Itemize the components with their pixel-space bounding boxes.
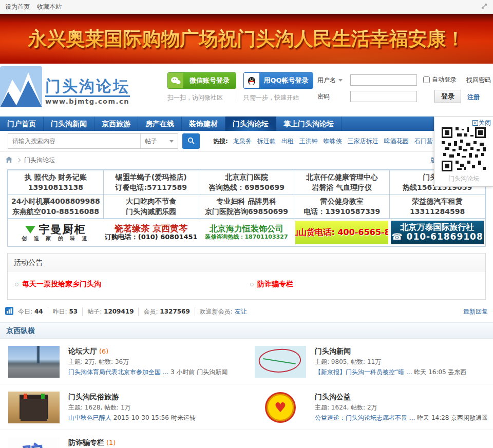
stat-yesterday: 昨日: 53 bbox=[48, 307, 83, 316]
ad-cell[interactable]: 锡盟羊蝎子(爱玛裕店)订餐电话:57117589 bbox=[103, 170, 199, 194]
announcements-panel: 活动公告 每天一票投给家乡门头沟 防诈骗专栏 bbox=[7, 253, 486, 300]
last-post-link[interactable]: 门头沟体育局代表北京市参加全国 ... bbox=[68, 368, 168, 376]
ad-banner-tea[interactable]: 瓷茗缘茶 京西黄芩 订购电话：(010) 60801451 bbox=[105, 221, 198, 244]
top-utility-bar: 设为首页 收藏本站 bbox=[0, 0, 493, 14]
announcements-body: 每天一票投给家乡门头沟 防诈骗专栏 bbox=[8, 271, 485, 299]
banner-text: 永兴奥莱国际购物广场祝门头沟人民生活幸福安康！ bbox=[28, 26, 465, 52]
forum-link-news[interactable]: 门头沟新闻 bbox=[315, 347, 351, 355]
nav-item-portal[interactable]: 门户首页 bbox=[0, 116, 44, 131]
hot-search-link[interactable]: 蜘蛛侠 bbox=[324, 137, 342, 146]
page: 设为首页 收藏本站 永兴奥莱国际购物广场祝门头沟人民生活幸福安康！ 门头沟论坛 … bbox=[0, 0, 493, 448]
auto-login-checkbox[interactable] bbox=[423, 76, 430, 83]
nav-item-forum[interactable]: 门头沟论坛 bbox=[225, 116, 276, 131]
wechat-login-block: 微信账号登录 扫一扫，访问微社区 bbox=[167, 72, 239, 102]
category-dropdown-arrow bbox=[169, 140, 174, 143]
search-input[interactable] bbox=[8, 134, 140, 148]
breadcrumb-current[interactable]: 门头沟论坛 bbox=[24, 156, 55, 165]
forum-stats: 主题: 1624, 帖数: 2万 bbox=[315, 402, 488, 413]
auto-login-label: 自动登录 bbox=[432, 75, 457, 84]
wechat-login-button[interactable]: 微信账号登录 bbox=[167, 72, 236, 89]
bullet-icon bbox=[15, 283, 18, 286]
ad-cell[interactable]: 专业妇科 品牌男科京门医院咨询69850699 bbox=[199, 194, 294, 219]
nav-item-decoration[interactable]: 装饰建材 bbox=[182, 116, 225, 131]
qr-close-button[interactable]: 关闭 bbox=[472, 119, 491, 127]
site-logo[interactable]: 门头沟论坛 www.bjmtg.com.cn bbox=[0, 66, 130, 109]
login-button[interactable]: 登录 bbox=[434, 90, 461, 103]
forum-stats-bar: 今日: 44 昨日: 53 帖子: 1209419 会员: 1327569 欢迎… bbox=[0, 305, 493, 318]
forum-cell-charity: ♥ 门头沟公益 主题: 1624, 帖数: 2万 公益速递：门头沟论坛志愿者不畏… bbox=[246, 392, 493, 423]
login-form: 用户名 自动登录 找回密码 密码 登录 注册 bbox=[317, 73, 492, 106]
last-post-link[interactable]: 山中秋色已醉人 bbox=[68, 414, 111, 421]
ad-banner-kitchen[interactable]: 宇曼厨柜 创 造 家 的 味 道 bbox=[9, 221, 102, 244]
hot-search-link[interactable]: 出租 bbox=[281, 137, 294, 146]
register-link[interactable]: 注册 bbox=[467, 93, 480, 102]
top-ad-banner[interactable]: 永兴奥莱国际购物广场祝门头沟人民生活幸福安康！ bbox=[0, 14, 493, 64]
announcement-item: 每天一票投给家乡门头沟 bbox=[9, 280, 244, 289]
hot-search-link[interactable]: 王洪钟 bbox=[299, 137, 318, 146]
hot-search-link[interactable]: 啤酒花园 bbox=[384, 137, 409, 146]
forum-image-folk-travel[interactable] bbox=[8, 392, 60, 423]
ad-cell[interactable]: 北京京门医院咨询热线：69850699 bbox=[199, 170, 294, 194]
username-dropdown-arrow bbox=[338, 79, 343, 82]
qq-login-hint: 只需一步，快速开始 bbox=[243, 93, 315, 102]
wechat-login-hint: 扫一扫，访问微社区 bbox=[167, 93, 239, 102]
forum-image-antifraud[interactable]: 骗 bbox=[8, 437, 60, 448]
ad-cell[interactable]: 雷公健身教室电话：13910587339 bbox=[294, 194, 390, 219]
ad-banner-decoration[interactable]: 北京海力恒装饰公司 装修咨询热线：18701103327 bbox=[200, 221, 293, 244]
stat-members: 会员: 1327569 bbox=[139, 307, 195, 316]
latest-replies-link[interactable]: 最新回复 bbox=[463, 307, 488, 316]
ad-cell[interactable]: 24小时机票4008809988东燕航空010-88516088 bbox=[8, 194, 104, 219]
forum-image-charity[interactable]: ♥ bbox=[255, 392, 306, 423]
search-button[interactable] bbox=[182, 133, 200, 149]
stat-welcome: 欢迎新会员: 友让 bbox=[195, 307, 252, 316]
ad-cell[interactable]: 北京仟亿健康管理中心岩磐浴 气血理疗仪 bbox=[294, 170, 390, 194]
ad-cell[interactable]: 执 照代办 财务记账13910813138 bbox=[8, 170, 104, 194]
forum-row: 骗 防诈骗专栏(1) 主题: 24, 帖数: 33 老人贫血如何通过饮食改善vd… bbox=[0, 430, 493, 448]
home-icon[interactable] bbox=[5, 156, 13, 165]
nav-item-travel[interactable]: 京西旅游 bbox=[94, 116, 138, 131]
announcement-link-vote[interactable]: 每天一票投给家乡门头沟 bbox=[22, 280, 101, 289]
set-home-link[interactable]: 设为首页 bbox=[5, 3, 30, 11]
find-password-link[interactable]: 找回密码 bbox=[466, 76, 491, 85]
ad-cell[interactable]: 大口吃肉不节食门头沟减肥乐园 bbox=[103, 194, 199, 219]
password-input[interactable] bbox=[350, 91, 417, 102]
forum-link-charity[interactable]: 门头沟公益 bbox=[315, 393, 351, 401]
nav-item-news[interactable]: 门头沟新闻 bbox=[44, 116, 94, 131]
hot-search-link[interactable]: 石门营 bbox=[414, 137, 433, 146]
forum-image-hall[interactable] bbox=[8, 346, 60, 378]
logo-text-block: 门头沟论坛 www.bjmtg.com.cn bbox=[45, 77, 130, 105]
ad-banner-mountain-goods[interactable]: 大山山货电话: 400-6565-898 bbox=[295, 221, 388, 244]
ad-cell[interactable]: 荣益德汽车租赁13311284598 bbox=[390, 194, 485, 219]
ad-banner-travel-agency[interactable]: 北京万泰国际旅行社 ☎ 010-61869108 bbox=[391, 221, 484, 244]
qq-login-button[interactable]: 用QQ帐号登录 bbox=[243, 72, 313, 89]
forum-link-antifraud[interactable]: 防诈骗专栏 bbox=[68, 438, 104, 446]
stat-today: 今日: 44 bbox=[13, 307, 48, 316]
table-row: 24小时机票4008809988东燕航空010-88516088 大口吃肉不节食… bbox=[8, 194, 485, 219]
fullscreen-icon[interactable] bbox=[481, 3, 488, 11]
hot-search-link[interactable]: 龙泉务 bbox=[233, 137, 252, 146]
nav-item-realestate[interactable]: 房产在线 bbox=[138, 116, 182, 131]
search-category-dropdown[interactable]: 帖子 bbox=[140, 134, 178, 148]
forum-link-folk-travel[interactable]: 门头沟民俗旅游 bbox=[68, 393, 119, 401]
last-post-meta: 昨天 16:05 丢东西 bbox=[414, 368, 466, 376]
new-member-link[interactable]: 友让 bbox=[235, 308, 247, 315]
password-label: 密码 bbox=[317, 92, 350, 101]
forum-image-news[interactable] bbox=[255, 346, 306, 378]
last-post-link[interactable]: 公益速递：门头沟论坛志愿者不畏 ... bbox=[315, 414, 415, 421]
last-post-meta: 昨天 14:28 京西闲散逍遥客 bbox=[417, 414, 488, 421]
forum-stats: 主题: 2万, 帖数: 36万 bbox=[68, 357, 227, 367]
nav-item-mobile[interactable]: 掌上门头沟论坛 bbox=[276, 116, 342, 131]
hot-search-link[interactable]: 拆迁款 bbox=[257, 137, 276, 146]
forum-new-count: (1) bbox=[106, 439, 116, 446]
forum-row: 论坛大厅(6) 主题: 2万, 帖数: 36万 门头沟体育局代表北京市参加全国 … bbox=[0, 339, 493, 384]
section-header-jingxi[interactable]: 京西纵横 bbox=[0, 322, 493, 339]
username-input[interactable] bbox=[350, 74, 417, 86]
forum-stats: 主题: 1628, 帖数: 1万 bbox=[68, 402, 196, 413]
last-post-link[interactable]: 【新京报】门头沟一科员被控“暗 ... bbox=[315, 368, 412, 376]
hot-search-link[interactable]: 三家店拆迁 bbox=[348, 137, 378, 146]
forum-link-hall[interactable]: 论坛大厅 bbox=[68, 347, 97, 355]
favorite-link[interactable]: 收藏本站 bbox=[37, 3, 62, 11]
username-label[interactable]: 用户名 bbox=[317, 76, 350, 85]
announcement-link-antifraud[interactable]: 防诈骗专栏 bbox=[257, 280, 293, 289]
forum-row: 门头沟民俗旅游 主题: 1628, 帖数: 1万 山中秋色已醉人 2015-10… bbox=[0, 384, 493, 430]
